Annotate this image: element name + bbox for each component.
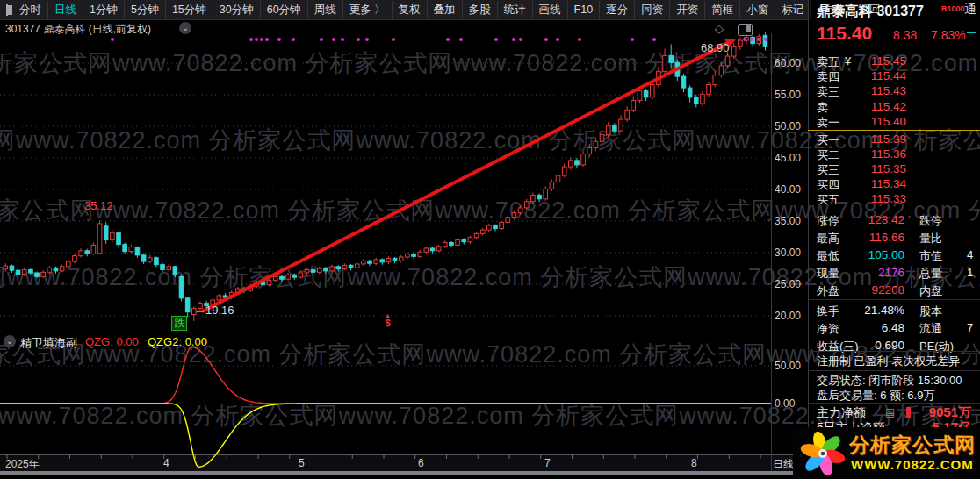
info-cell: 换手 xyxy=(817,304,839,319)
flower-logo-icon xyxy=(798,429,847,478)
info-row-最低: 最低105.00市值4 xyxy=(808,248,980,265)
orderbook-label: 买二 xyxy=(817,147,839,163)
sub-y-tick: 0.00 xyxy=(775,397,806,410)
menu-item-F10[interactable]: F10 xyxy=(568,1,601,19)
orderbook-price: 115.39 xyxy=(848,132,906,146)
menu-item-开资[interactable]: 开资 xyxy=(670,1,705,19)
orderbook-row-卖三[interactable]: 卖三115.43 xyxy=(808,84,980,99)
main-flow-label: 主力净额 xyxy=(817,405,866,421)
orderbook-price: 115.43 xyxy=(848,84,906,97)
menu-item-多股[interactable]: 多股 xyxy=(463,1,498,19)
divider xyxy=(808,351,980,352)
main-y-tick: 40.00 xyxy=(775,183,806,196)
menu-item-简框[interactable]: 简框 xyxy=(705,1,740,19)
menu-item-逐分[interactable]: 逐分 xyxy=(600,1,635,19)
orderbook-label: 卖三 xyxy=(817,84,839,100)
cyan-dash xyxy=(967,32,976,33)
layout-panel-icon[interactable] xyxy=(738,24,753,36)
logo-text: 分析家公式网 xyxy=(849,432,976,459)
orderbook-label: 买四 xyxy=(817,177,839,193)
top-menu-bar: 分时日线1分钟5分钟15分钟30分钟60分钟周线更多 〉复权叠加多股统计画线F1… xyxy=(0,0,808,20)
info-cell: 7 xyxy=(967,321,973,334)
chevron-down-icon[interactable]: ⌄ xyxy=(4,335,16,347)
info-cell: 现量 xyxy=(817,266,839,282)
after-hours-volume: 盘后交易量: 6 额: 6.9万 xyxy=(817,388,934,404)
margin-badge: R1000 xyxy=(941,4,965,13)
info-cell: 净资 xyxy=(817,321,839,337)
info-cell: 1 xyxy=(967,266,973,279)
menu-item-同资[interactable]: 同资 xyxy=(635,1,670,19)
main-y-tick: 55.00 xyxy=(775,89,806,101)
logo-url: WWW.70822.COM xyxy=(851,457,974,472)
menu-item-小窗[interactable]: 小窗 xyxy=(740,1,775,19)
info-cell: 105.00 xyxy=(841,248,904,261)
axis-month-label: 6 xyxy=(418,457,424,469)
orderbook-price: 115.42 xyxy=(848,100,906,113)
corner-cut-char: 通 xyxy=(964,2,976,18)
menu-item-分时[interactable]: 分时 xyxy=(13,1,48,19)
info-row-换手: 换手21.48%股本 xyxy=(808,304,980,320)
orderbook-price: 115.36 xyxy=(848,147,906,161)
orderbook-price: 115.35 xyxy=(848,162,906,175)
orderbook-label: 卖五 xyxy=(817,54,839,70)
menu-item-叠加[interactable]: 叠加 xyxy=(428,1,463,19)
listing-flags: 注册制 已盈利 表决权无差异 xyxy=(817,354,960,369)
dollar-marker-icon: ▲ $ xyxy=(385,312,391,326)
diamond-icon[interactable]: ◇ xyxy=(715,22,724,35)
info-cell: 跌停 xyxy=(919,213,942,229)
info-cell: 4 xyxy=(967,248,973,261)
menu-item-统计[interactable]: 统计 xyxy=(498,1,533,19)
menu-item-复权[interactable]: 复权 xyxy=(393,1,428,19)
window-icon[interactable] xyxy=(6,4,8,16)
menu-item-标记[interactable]: 标记 xyxy=(775,1,811,19)
quote-panel: 鼎泰高科 301377 R1000 通 115.40 8.38 7.83% 卖五… xyxy=(808,0,980,479)
flow-bar xyxy=(906,407,911,418)
orderbook-label: 买三 xyxy=(817,162,839,178)
orderbook-row-买一[interactable]: 买一115.39 xyxy=(808,132,980,147)
info-cell: 总量 xyxy=(919,266,942,282)
axis-month-label: 4 xyxy=(163,457,169,469)
peak-price-label: 35.12 xyxy=(84,199,113,212)
info-cell: 2176 xyxy=(841,266,904,279)
main-y-tick: 35.00 xyxy=(775,215,806,227)
menu-item-画线[interactable]: 画线 xyxy=(533,1,568,19)
sub-y-tick: 50.00 xyxy=(775,360,806,372)
orderbook-row-卖五[interactable]: 卖五¥115.45 xyxy=(808,54,980,69)
indicator-value-2: QZG2: 0.00 xyxy=(148,335,207,348)
divider xyxy=(808,211,980,211)
orderbook-label: 卖一 xyxy=(817,115,839,131)
trade-status: 交易状态: 闭市阶段 15:30:00 xyxy=(817,373,962,389)
last-price: 115.40 xyxy=(817,23,872,44)
menu-item-更多〉[interactable]: 更多 〉 xyxy=(343,1,393,19)
orderbook-row-买五[interactable]: 买五115.33 xyxy=(808,192,980,207)
menu-item-日线[interactable]: 日线 xyxy=(48,1,83,19)
orderbook-row-买四[interactable]: 买四115.34 xyxy=(808,177,980,192)
high-price-label: 68.90 xyxy=(701,41,730,54)
divider xyxy=(808,403,980,404)
orderbook-divider xyxy=(808,130,980,131)
menu-item-30分钟[interactable]: 30分钟 xyxy=(213,1,261,19)
site-logo[interactable]: 分析家公式网 WWW.70822.COM xyxy=(793,427,980,479)
orderbook-row-买三[interactable]: 买三115.35 xyxy=(808,162,980,177)
menu-item-5分钟[interactable]: 5分钟 xyxy=(125,1,166,19)
orderbook-row-卖二[interactable]: 卖二115.42 xyxy=(808,100,980,115)
price-change-pct: 7.83% xyxy=(931,28,966,42)
menu-item-15分钟[interactable]: 15分钟 xyxy=(166,1,213,19)
orderbook-row-卖四[interactable]: 卖四115.44 xyxy=(808,69,980,84)
info-cell: PE(动) xyxy=(919,339,954,354)
info-cell: 流通 xyxy=(919,321,942,337)
main-y-tick: 50.00 xyxy=(775,120,806,132)
orderbook-price: 115.45 xyxy=(848,54,906,68)
menu-item-1分钟[interactable]: 1分钟 xyxy=(83,1,125,19)
menu-item-60分钟[interactable]: 60分钟 xyxy=(261,1,308,19)
orderbook-row-卖一[interactable]: 卖一115.40 xyxy=(808,115,980,130)
price-change: 8.38 xyxy=(893,28,917,42)
info-cell: 内盘 xyxy=(919,283,942,299)
main-y-tick: 25.00 xyxy=(775,278,806,290)
chevron-down-icon[interactable]: ⌄ xyxy=(179,22,191,34)
orderbook-price: 115.44 xyxy=(848,69,906,82)
orderbook-row-买二[interactable]: 买二115.36 xyxy=(808,147,980,162)
info-row-净资: 净资6.48流通7 xyxy=(808,321,980,338)
menu-item-周线[interactable]: 周线 xyxy=(308,1,343,19)
list-icon[interactable]: ▤ xyxy=(885,406,895,418)
